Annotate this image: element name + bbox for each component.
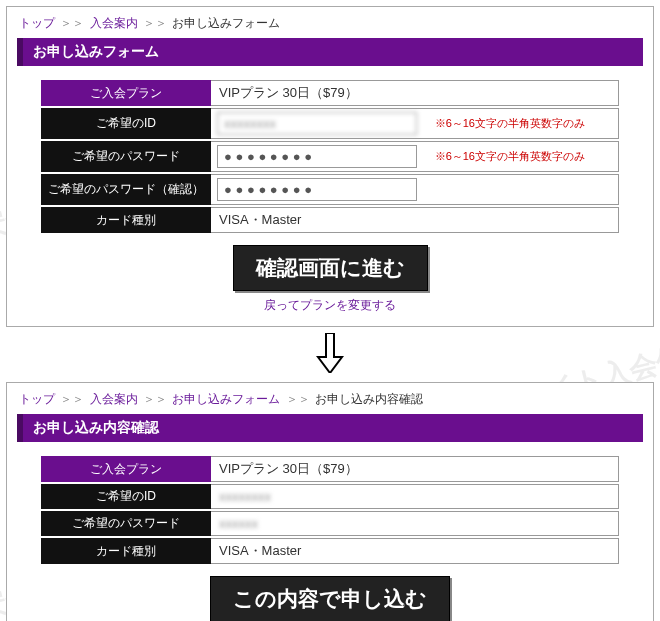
submit-button[interactable]: この内容で申し込む	[210, 576, 450, 621]
table-row: ご入会プラン VIPプラン 30日（$79）	[41, 80, 619, 106]
breadcrumb-sep: ＞＞	[60, 392, 84, 406]
password-value: xxxxxx	[219, 516, 258, 531]
breadcrumb-top[interactable]: トップ	[19, 392, 55, 406]
card-label: カード種別	[41, 207, 211, 233]
breadcrumb: トップ ＞＞ 入会案内 ＞＞ お申し込みフォーム	[19, 15, 643, 32]
table-row: ご入会プラン VIPプラン 30日（$79）	[41, 456, 619, 482]
breadcrumb: トップ ＞＞ 入会案内 ＞＞ お申し込みフォーム ＞＞ お申し込み内容確認	[19, 391, 643, 408]
table-row: ご希望のID xxxxxxxx	[41, 484, 619, 509]
card-value: VISA・Master	[211, 207, 619, 233]
table-row: カード種別 VISA・Master	[41, 207, 619, 233]
breadcrumb-guide[interactable]: 入会案内	[90, 392, 138, 406]
password-confirm-input[interactable]: ● ● ● ● ● ● ● ●	[217, 178, 417, 201]
confirm-table: ご入会プラン VIPプラン 30日（$79） ご希望のID xxxxxxxx ご…	[41, 454, 619, 566]
id-label: ご希望のID	[41, 484, 211, 509]
password-hint: ※6～16文字の半角英数字のみ	[435, 150, 585, 162]
breadcrumb-current: お申し込みフォーム	[172, 16, 280, 30]
id-label: ご希望のID	[41, 108, 211, 139]
id-value: xxxxxxxx	[219, 489, 271, 504]
panel-title: お申し込み内容確認	[17, 414, 643, 442]
table-row: ご希望のパスワード ● ● ● ● ● ● ● ● ※6～16文字の半角英数字の…	[41, 141, 619, 172]
form-table: ご入会プラン VIPプラン 30日（$79） ご希望のID xxxxxxxx ※…	[41, 78, 619, 235]
table-row: ご希望のパスワード（確認） ● ● ● ● ● ● ● ●	[41, 174, 619, 205]
password-input[interactable]: ● ● ● ● ● ● ● ●	[217, 145, 417, 168]
panel-title: お申し込みフォーム	[17, 38, 643, 66]
confirmation-panel: トップ ＞＞ 入会案内 ＞＞ お申し込みフォーム ＞＞ お申し込み内容確認 お申…	[6, 382, 654, 621]
breadcrumb-top[interactable]: トップ	[19, 16, 55, 30]
proceed-button[interactable]: 確認画面に進む	[233, 245, 428, 291]
application-form-panel: トップ ＞＞ 入会案内 ＞＞ お申し込みフォーム お申し込みフォーム ご入会プラ…	[6, 6, 654, 327]
card-label: カード種別	[41, 538, 211, 564]
plan-value: VIPプラン 30日（$79）	[211, 80, 619, 106]
card-value: VISA・Master	[211, 538, 619, 564]
breadcrumb-sep: ＞＞	[143, 16, 167, 30]
plan-value: VIPプラン 30日（$79）	[211, 456, 619, 482]
back-link[interactable]: 戻ってプランを変更する	[264, 298, 396, 312]
plan-label: ご入会プラン	[41, 80, 211, 106]
table-row: カード種別 VISA・Master	[41, 538, 619, 564]
password-label: ご希望のパスワード	[41, 141, 211, 172]
table-row: ご希望のID xxxxxxxx ※6～16文字の半角英数字のみ	[41, 108, 619, 139]
breadcrumb-current: お申し込み内容確認	[315, 392, 423, 406]
password-confirm-label: ご希望のパスワード（確認）	[41, 174, 211, 205]
arrow-down-icon	[6, 333, 654, 376]
password-label: ご希望のパスワード	[41, 511, 211, 536]
breadcrumb-sep: ＞＞	[143, 392, 167, 406]
id-hint: ※6～16文字の半角英数字のみ	[435, 117, 585, 129]
breadcrumb-form[interactable]: お申し込みフォーム	[172, 392, 280, 406]
table-row: ご希望のパスワード xxxxxx	[41, 511, 619, 536]
id-input[interactable]: xxxxxxxx	[217, 112, 417, 135]
plan-label: ご入会プラン	[41, 456, 211, 482]
breadcrumb-sep: ＞＞	[60, 16, 84, 30]
breadcrumb-sep: ＞＞	[286, 392, 310, 406]
breadcrumb-guide[interactable]: 入会案内	[90, 16, 138, 30]
